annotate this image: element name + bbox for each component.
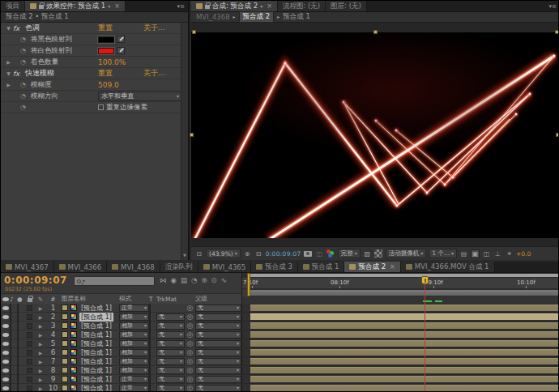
t-toggle-cell[interactable] (149, 375, 156, 383)
video-column-icon[interactable] (1, 297, 10, 301)
layer-name[interactable]: [预合成 1] (79, 384, 113, 392)
t-toggle-cell[interactable] (149, 313, 156, 321)
layer-lock-toggle[interactable] (24, 386, 35, 391)
timeline-tab[interactable]: 预合成 1 (298, 262, 345, 272)
layer-label-color[interactable] (62, 331, 68, 338)
mode-dropdown[interactable]: 相加▾ (119, 349, 149, 356)
parent-pickwhip-icon[interactable]: ◎ (185, 339, 195, 347)
timeline-tab[interactable]: MVI_4366 (54, 262, 108, 272)
layer-solo-toggle[interactable] (17, 384, 24, 392)
trkmat-dropdown[interactable]: 无▾ (156, 322, 185, 330)
snapshot-camera-icon[interactable] (304, 249, 313, 258)
timeline-tab[interactable]: MVI_4366.MOV 合成 1 (401, 262, 495, 272)
layer-track[interactable] (242, 357, 559, 366)
layer-name-cell[interactable]: [预合成 1] (60, 339, 119, 348)
stopwatch-icon[interactable]: ◔ (20, 104, 31, 111)
layer-name[interactable]: [预合成 1] (79, 375, 113, 384)
solo-column-icon[interactable]: ● (17, 296, 24, 303)
layer-name[interactable]: [预合成 1] (79, 357, 113, 366)
timeline-tab[interactable]: MVI_4365 (198, 262, 252, 272)
current-time-indicator-line[interactable] (425, 284, 425, 392)
layer-audio-toggle[interactable] (10, 357, 17, 365)
stopwatch-icon[interactable]: ◔ (20, 47, 31, 54)
layer-name-cell[interactable]: [预合成 1] (60, 304, 119, 313)
fast-previews-icon[interactable]: ⊥ (493, 249, 502, 258)
layer-label-color[interactable] (62, 385, 68, 391)
layer-label-color[interactable] (62, 358, 68, 364)
number-column-header[interactable]: # (46, 296, 60, 303)
layer-visibility-toggle[interactable] (1, 369, 10, 373)
property-dropdown[interactable]: 水平和垂直▾ (98, 92, 182, 101)
primary-viewer-icon[interactable]: ▣ (471, 249, 480, 258)
layer-twirl-icon[interactable]: ▶ (35, 350, 46, 356)
about-link[interactable]: 关于... (143, 68, 165, 79)
scrollbar[interactable]: ▼ (181, 23, 188, 260)
parent-pickwhip-icon[interactable]: ◎ (185, 357, 195, 365)
layer-visibility-toggle[interactable] (1, 333, 10, 337)
current-time-display[interactable]: 0:00:09:07 (4, 275, 67, 286)
layer-name-cell[interactable]: [预合成 1] (60, 357, 119, 366)
layer-duration-bar[interactable] (250, 385, 559, 391)
mini-flowchart-icon[interactable]: ⋈ (160, 276, 167, 284)
t-column-header[interactable]: T (149, 296, 156, 303)
twirl-down-icon[interactable]: ▼ (4, 70, 13, 76)
trkmat-dropdown[interactable]: 无▾ (156, 385, 185, 392)
layer-track[interactable] (242, 348, 559, 357)
mode-dropdown[interactable]: 相加▾ (119, 367, 149, 374)
camera-view-dropdown[interactable]: 活动摄像机 ▾ (386, 249, 427, 258)
work-area-bar[interactable] (242, 289, 559, 296)
layer-audio-toggle[interactable] (10, 348, 17, 356)
layer-lock-toggle[interactable] (24, 305, 35, 311)
layer-label-color[interactable] (62, 367, 68, 373)
timeline-tab[interactable]: MVI_4368 (107, 262, 160, 272)
mode-column-header[interactable]: 模式 (119, 295, 149, 303)
layer-track[interactable] (242, 330, 559, 339)
layer-duration-bar[interactable] (250, 322, 559, 329)
selection-handle-mid-left[interactable] (190, 133, 194, 137)
stopwatch-icon[interactable]: ◔ (20, 92, 31, 100)
mode-dropdown[interactable]: 相加▾ (119, 358, 149, 365)
lock-column-icon[interactable] (24, 296, 35, 302)
about-link[interactable]: 关于... (143, 23, 165, 33)
current-time-indicator-handle[interactable] (421, 276, 429, 284)
layer-lock-toggle[interactable] (24, 323, 35, 329)
parent-dropdown[interactable]: 无▾ (195, 340, 241, 347)
twirl-right-icon[interactable]: ▶ (4, 59, 13, 65)
parent-dropdown[interactable]: 无▾ (195, 385, 241, 392)
layer-solo-toggle[interactable] (17, 357, 24, 365)
layer-track[interactable] (242, 304, 559, 313)
parent-dropdown[interactable]: 无▾ (195, 376, 241, 383)
breadcrumb-item-precomp1[interactable]: 预合成 1 (283, 12, 310, 22)
layer-duration-bar[interactable] (250, 305, 559, 311)
safe-guides-icon[interactable]: ⊕ (243, 249, 252, 258)
layer-name-cell[interactable]: [预合成 1] (60, 322, 119, 330)
layer-twirl-icon[interactable]: ▶ (35, 386, 46, 391)
layer-name-cell[interactable]: [预合成 1] (60, 348, 119, 357)
scroll-down-icon[interactable]: ▼ (181, 253, 188, 259)
stopwatch-icon[interactable]: ◔ (20, 36, 31, 43)
trkmat-dropdown[interactable]: 无▾ (156, 340, 185, 347)
layer-solo-toggle[interactable] (17, 322, 24, 330)
tab-project[interactable]: 项目 (1, 1, 25, 11)
viewer-timecode[interactable]: 0:00:09:07 (266, 250, 301, 258)
resolution-dropdown[interactable]: 完整 ▾ (338, 249, 361, 258)
layer-solo-toggle[interactable] (17, 366, 24, 374)
layer-label-color[interactable] (62, 376, 68, 382)
trkmat-dropdown[interactable]: 无▾ (156, 376, 185, 383)
timeline-tab[interactable]: 预合成 2× (344, 262, 400, 272)
property-value[interactable]: 100.0% (98, 58, 126, 66)
t-toggle-cell[interactable] (149, 357, 156, 365)
mode-dropdown[interactable]: 相加▾ (119, 340, 149, 347)
layer-label-color[interactable] (62, 313, 68, 320)
layer-visibility-toggle[interactable] (1, 360, 10, 364)
parent-pickwhip-icon[interactable]: ◎ (185, 304, 195, 312)
layer-duration-bar[interactable] (250, 331, 559, 338)
layer-track[interactable] (242, 322, 559, 330)
layer-duration-bar[interactable] (250, 313, 559, 320)
mode-dropdown[interactable]: 相加▾ (119, 322, 149, 330)
checkbox[interactable] (98, 104, 104, 110)
parent-pickwhip-icon[interactable]: ◎ (185, 366, 195, 374)
chevron-down-icon[interactable]: ▾ (260, 4, 262, 9)
parent-column-header[interactable]: 父级 (195, 295, 241, 303)
trkmat-column-header[interactable]: TrkMat (156, 296, 185, 303)
